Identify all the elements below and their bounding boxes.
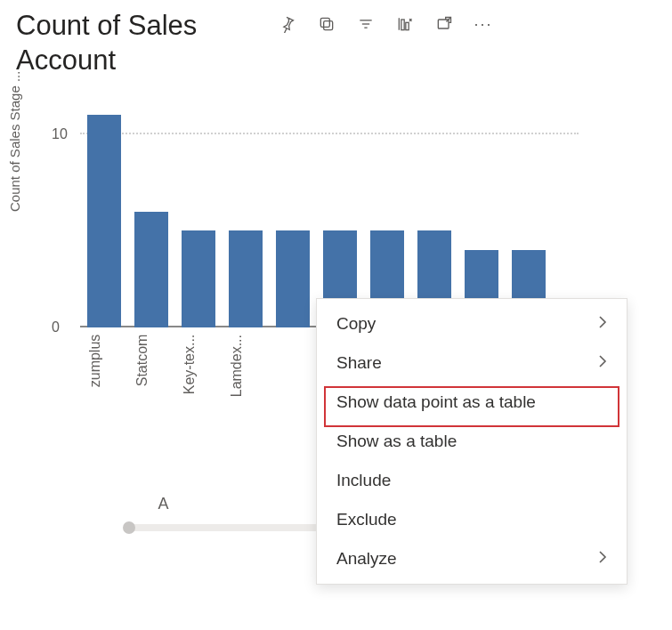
x-label: zumplus	[87, 335, 121, 397]
menu-item-analyze[interactable]: Analyze	[317, 539, 627, 578]
focus-mode-icon[interactable]	[434, 14, 454, 34]
bar-5[interactable]	[276, 230, 310, 327]
filter-icon[interactable]	[356, 14, 376, 34]
chevron-right-icon	[598, 353, 607, 373]
more-options-icon[interactable]: ···	[474, 14, 493, 34]
menu-label: Copy	[336, 314, 376, 334]
scrollbar-thumb[interactable]	[123, 521, 135, 534]
y-tick-0: 0	[52, 319, 60, 335]
context-menu: Copy Share Show data point as a table Sh…	[316, 298, 627, 585]
menu-label: Analyze	[336, 549, 397, 569]
y-tick-10: 10	[52, 126, 68, 142]
svg-rect-7	[406, 22, 409, 29]
svg-rect-1	[320, 18, 329, 27]
menu-label: Include	[336, 471, 391, 490]
menu-item-share[interactable]: Share	[317, 343, 627, 383]
svg-rect-6	[401, 20, 404, 30]
menu-item-exclude[interactable]: Exclude	[317, 500, 627, 539]
visual-toolbar: ···	[278, 9, 493, 34]
menu-item-copy[interactable]: Copy	[317, 304, 627, 343]
y-axis-title: Count of Sales Stage ...	[7, 70, 22, 211]
menu-label: Exclude	[336, 510, 397, 529]
x-label: Key-tex...	[182, 335, 215, 397]
bar-zumplus[interactable]	[87, 115, 121, 327]
x-label: Statcom	[134, 335, 168, 397]
chevron-right-icon	[598, 549, 607, 569]
plot-area: 10 0	[80, 96, 579, 327]
menu-item-show-as-table[interactable]: Show as a table	[317, 422, 627, 461]
svg-rect-0	[324, 21, 333, 30]
bar-key-tex[interactable]	[182, 230, 215, 327]
pin-icon[interactable]	[278, 14, 297, 34]
chart-title: Count of Sales Account	[16, 9, 265, 78]
x-label	[276, 335, 310, 397]
spotlight-icon[interactable]	[395, 14, 415, 34]
copy-visual-icon[interactable]	[317, 14, 336, 34]
menu-label: Share	[336, 353, 382, 373]
x-label: Lamdex...	[229, 335, 263, 397]
bar-statcom[interactable]	[134, 212, 168, 327]
menu-label: Show data point as a table	[336, 392, 536, 412]
visual-header: Count of Sales Account ···	[0, 0, 672, 78]
menu-item-include[interactable]: Include	[317, 461, 627, 500]
bars-container	[80, 96, 579, 327]
menu-label: Show as a table	[336, 432, 457, 451]
bar-lamdex[interactable]	[229, 230, 263, 327]
menu-item-show-data-point[interactable]: Show data point as a table	[317, 383, 627, 422]
chevron-right-icon	[598, 314, 607, 334]
